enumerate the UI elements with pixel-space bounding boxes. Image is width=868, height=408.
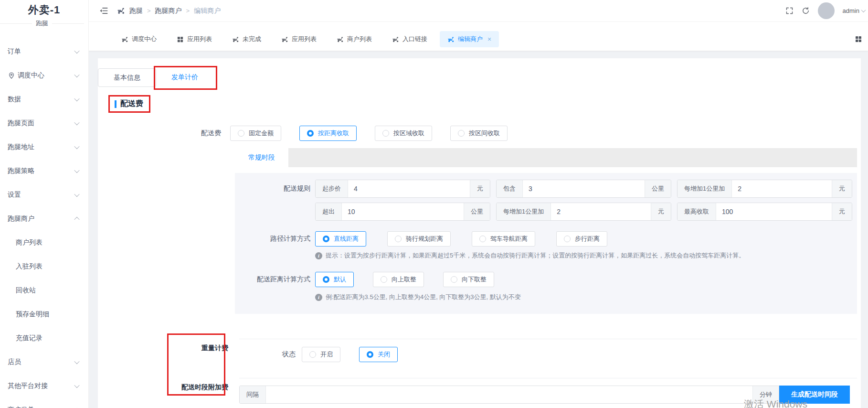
radio-icon xyxy=(323,276,329,283)
sidebar-item-errand-merchant[interactable]: 跑腿商户 xyxy=(0,207,88,231)
start-price-group: 起步价 元 xyxy=(315,180,490,198)
radio-cycling-distance[interactable]: 骑行规划距离 xyxy=(387,231,451,247)
start-price-input[interactable] xyxy=(348,180,470,197)
interval-input[interactable] xyxy=(266,386,752,403)
tab-app-list-2[interactable]: 应用列表 xyxy=(274,31,324,47)
radio-icon xyxy=(564,236,571,242)
tab-label: 调度中心 xyxy=(132,35,157,43)
chevron-down-icon xyxy=(74,383,79,388)
tab-regular-period[interactable]: 常规时段 xyxy=(235,148,288,167)
radio-by-range[interactable]: 按区间收取 xyxy=(450,126,508,141)
tab-unfinished[interactable]: 未完成 xyxy=(224,31,269,47)
annotation-box: 配送费 xyxy=(108,95,150,113)
tab-order-pricing[interactable]: 发单计价 xyxy=(156,68,213,87)
sidebar-item-label: 跑腿商户 xyxy=(8,215,34,223)
max-fee-group: 最高收取 元 xyxy=(677,203,852,221)
included-distance-input[interactable] xyxy=(523,180,645,197)
radio-icon xyxy=(323,236,329,242)
interval-group: 间隔 分钟 xyxy=(239,386,779,404)
tab-basic-info[interactable]: 基本信息 xyxy=(98,68,156,87)
breadcrumb-item[interactable]: 跑腿 xyxy=(129,7,143,15)
max-fee-input[interactable] xyxy=(716,203,832,220)
radio-by-region[interactable]: 按区域收取 xyxy=(375,126,432,141)
sidebar-item-dispatch-center[interactable]: 调度中心 xyxy=(0,64,88,87)
collapse-sidebar-icon[interactable] xyxy=(99,6,108,15)
weight-fee-body: 状态 开启 关闭 xyxy=(239,339,857,378)
tab-app-list-1[interactable]: 应用列表 xyxy=(169,31,220,47)
period-panel-body: 配送规则 起步价 元 包含 公里 xyxy=(235,173,857,314)
tab-edit-merchant[interactable]: 编辑商户 × xyxy=(440,31,499,47)
refresh-icon[interactable] xyxy=(802,7,810,15)
delivery-fee-options: 固定金额 按距离收取 按区域收取 按区间收取 xyxy=(230,126,508,141)
sidebar-item-entry-list[interactable]: 入驻列表 xyxy=(0,255,88,279)
radio-straight-line-distance[interactable]: 直线距离 xyxy=(315,231,366,247)
exceed-per-km-fee-group: 每增加1公里加 元 xyxy=(496,203,671,221)
sidebar-item-label: 预存金明细 xyxy=(16,310,49,319)
path-calc-label: 路径计算方式 xyxy=(235,235,310,243)
breadcrumb-item[interactable]: 跑腿商户 xyxy=(155,7,182,15)
radio-default[interactable]: 默认 xyxy=(315,272,354,287)
radio-icon xyxy=(309,351,316,358)
delivery-rules-row-1: 配送规则 起步价 元 包含 公里 xyxy=(235,180,852,198)
top-header: 跑腿 > 跑腿商户 > 编辑商户 admin xyxy=(89,0,868,22)
info-icon: i xyxy=(315,294,322,301)
chevron-down-icon xyxy=(74,192,79,197)
sidebar-item-merchant-list[interactable]: 商户列表 xyxy=(0,231,88,255)
radio-driving-distance[interactable]: 驾车导航距离 xyxy=(472,231,535,247)
scooter-icon xyxy=(232,36,239,43)
section-marker xyxy=(115,100,116,108)
tab-merchant-list[interactable]: 商户列表 xyxy=(329,31,380,47)
sidebar-item-label: 其他平台对接 xyxy=(8,382,48,390)
fullscreen-icon[interactable] xyxy=(785,7,794,15)
user-menu[interactable]: admin xyxy=(843,7,865,14)
delivery-rules-label: 配送规则 xyxy=(235,184,310,193)
weight-fee-section: 重量计费 状态 开启 关闭 xyxy=(98,339,861,378)
sidebar-item-data[interactable]: 数据 xyxy=(0,87,88,111)
app-logo: 外卖-1 跑腿 xyxy=(0,0,88,28)
sidebar-item-label: 调度中心 xyxy=(18,71,44,80)
exceed-per-km-fee-input[interactable] xyxy=(551,203,651,220)
distance-calc-label: 配送距离计算方式 xyxy=(235,275,310,284)
exceed-distance-input[interactable] xyxy=(342,203,464,220)
breadcrumb: 跑腿 > 跑腿商户 > 编辑商户 xyxy=(117,7,221,15)
sidebar-item-orders[interactable]: 订单 xyxy=(0,40,88,64)
chevron-down-icon xyxy=(74,48,79,54)
sidebar-item-deposit-details[interactable]: 预存金明细 xyxy=(0,302,88,326)
tab-dispatch-center[interactable]: 调度中心 xyxy=(114,31,164,47)
avatar[interactable] xyxy=(818,2,835,19)
tab-entry-link[interactable]: 入口链接 xyxy=(384,31,435,47)
sidebar-item-staff[interactable]: 店员 xyxy=(0,350,88,374)
close-tab-icon[interactable]: × xyxy=(487,36,491,43)
sidebar-item-recycle-bin[interactable]: 回收站 xyxy=(0,279,88,302)
radio-round-down[interactable]: 向下取整 xyxy=(443,272,494,287)
divider xyxy=(0,23,32,24)
sidebar-item-label: 充值记录 xyxy=(16,334,42,343)
sidebar-item-label: 数据 xyxy=(8,95,21,104)
radio-by-distance[interactable]: 按距离收取 xyxy=(299,126,357,141)
radio-icon xyxy=(381,276,387,283)
radio-icon xyxy=(458,130,465,137)
open-tabs-bar: 调度中心 应用列表 未完成 应用列表 商户列表 入口链接 编辑商户 × xyxy=(89,22,868,51)
sidebar-item-errand-address[interactable]: 跑腿地址 xyxy=(0,135,88,159)
radio-status-on[interactable]: 开启 xyxy=(302,347,340,362)
sidebar: 外卖-1 跑腿 订单 调度中心 数据 跑腿页面 跑腿地址 xyxy=(0,0,89,408)
sidebar-item-errand-pages[interactable]: 跑腿页面 xyxy=(0,111,88,135)
radio-status-off[interactable]: 关闭 xyxy=(359,347,398,362)
sidebar-menu: 订单 调度中心 数据 跑腿页面 跑腿地址 跑腿策略 设置 xyxy=(0,40,88,408)
chevron-down-icon xyxy=(74,96,79,101)
sidebar-item-merchant-orders[interactable]: 商户发单 xyxy=(0,398,88,408)
radio-round-up[interactable]: 向上取整 xyxy=(373,272,424,287)
per-km-fee-input[interactable] xyxy=(732,180,832,197)
tab-list-menu-icon[interactable] xyxy=(855,35,862,43)
tab-label: 发单计价 xyxy=(171,73,198,81)
sidebar-item-other-platforms[interactable]: 其他平台对接 xyxy=(0,374,88,398)
sidebar-item-recharge-records[interactable]: 充值记录 xyxy=(0,326,88,350)
sidebar-item-label: 店员 xyxy=(8,358,21,366)
sidebar-item-errand-strategy[interactable]: 跑腿策略 xyxy=(0,159,88,183)
radio-fixed-amount[interactable]: 固定金额 xyxy=(230,126,281,141)
radio-walking-distance[interactable]: 步行距离 xyxy=(556,231,607,247)
exceed-distance-group: 超出 公里 xyxy=(315,203,490,221)
scooter-icon xyxy=(281,36,288,43)
sidebar-item-label: 跑腿页面 xyxy=(8,119,34,128)
sidebar-item-settings[interactable]: 设置 xyxy=(0,183,88,207)
